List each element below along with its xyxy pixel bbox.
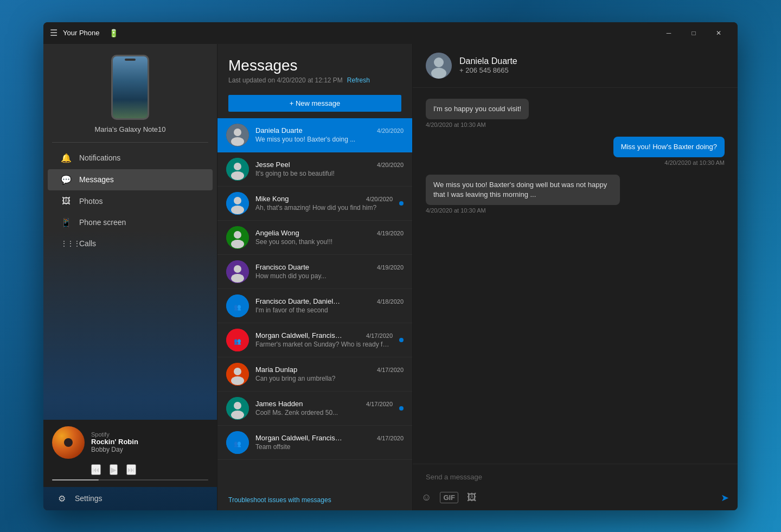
conv-top: Francisco Duarte 4/19/2020: [255, 263, 404, 271]
gif-button[interactable]: GIF: [440, 492, 458, 503]
svg-point-1: [234, 129, 241, 136]
sidebar-item-calls-label: Calls: [79, 239, 96, 248]
conv-body: Angelia Wong 4/19/2020 See you soon, tha…: [255, 229, 404, 246]
conversation-item[interactable]: Angelia Wong 4/19/2020 See you soon, tha…: [217, 221, 412, 255]
hamburger-icon[interactable]: ☰: [50, 28, 57, 38]
app-title: Your Phone: [63, 29, 99, 37]
maximize-button[interactable]: □: [681, 22, 706, 44]
messages-icon: 💬: [61, 175, 72, 185]
conversation-item[interactable]: Daniela Duarte 4/20/2020 We miss you too…: [217, 118, 412, 152]
music-text: Spotify Rockin' Robin Bobby Day: [91, 431, 208, 453]
conv-date: 4/20/2020: [366, 196, 393, 202]
conversation-item[interactable]: Mike Kong 4/20/2020 Ah, that's amazing! …: [217, 187, 412, 221]
conv-name: Maria Dunlap: [255, 366, 297, 374]
conv-avatar: [226, 226, 249, 249]
conv-preview: We miss you too! Baxter's doing ...: [255, 136, 404, 143]
conv-avatar: [226, 124, 249, 146]
conv-preview: How much did you pay...: [255, 272, 404, 280]
message-group: Miss you! How's Baxter doing?4/20/2020 a…: [426, 137, 725, 166]
app-body: Maria's Galaxy Note10 🔔 Notifications 💬 …: [43, 44, 738, 510]
conv-avatar: [226, 397, 249, 420]
svg-text:👥: 👥: [234, 440, 241, 447]
title-bar-controls: ─ □ ✕: [656, 22, 731, 44]
messages-subtitle: Last updated on 4/20/2020 at 12:12 PM Re…: [228, 76, 401, 84]
conv-body: Daniela Duarte 4/20/2020 We miss you too…: [255, 126, 404, 143]
message-time: 4/20/2020 at 10:30 AM: [426, 121, 725, 128]
conv-date: 4/17/2020: [366, 401, 393, 407]
sidebar-item-photos-label: Photos: [79, 197, 103, 206]
sidebar-item-messages[interactable]: 💬 Messages: [48, 169, 213, 190]
contact-avatar-svg: [426, 53, 452, 79]
conv-avatar-svg: [226, 363, 249, 386]
svg-point-20: [234, 368, 241, 375]
conv-preview: Team offsite: [255, 443, 404, 451]
music-progress-bar[interactable]: [52, 479, 208, 480]
conversation-item[interactable]: 👥 Francisco Duarte, Daniela ... 4/18/202…: [217, 289, 412, 323]
message-time: 4/20/2020 at 10:30 AM: [426, 159, 725, 166]
title-bar: ☰ Your Phone 🔋 ─ □ ✕: [43, 22, 738, 44]
sidebar-item-settings[interactable]: ⚙ Settings: [43, 487, 217, 510]
close-button[interactable]: ✕: [706, 22, 731, 44]
conversation-item[interactable]: Jesse Peel 4/20/2020 It's going to be so…: [217, 152, 412, 187]
conv-avatar: 👥: [226, 294, 249, 317]
svg-text:👥: 👥: [234, 303, 241, 311]
conv-top: James Hadden 4/17/2020: [255, 400, 393, 408]
conv-top: Angelia Wong 4/19/2020: [255, 229, 404, 237]
send-button[interactable]: ➤: [721, 492, 729, 504]
chat-contact-avatar: [426, 53, 452, 79]
conv-body: Morgan Caldwell, Francisco ... 4/17/2020…: [255, 331, 393, 348]
sidebar-item-notifications-label: Notifications: [79, 153, 120, 162]
prev-button[interactable]: ⏮: [91, 464, 101, 475]
svg-point-23: [234, 402, 241, 409]
troubleshoot-link[interactable]: Troubleshoot issues with messages: [217, 490, 412, 510]
message-input[interactable]: [413, 464, 738, 490]
messages-title: Messages: [228, 57, 401, 74]
sidebar-bottom: Spotify Rockin' Robin Bobby Day ⏮ ▶ ⏭: [43, 420, 217, 510]
sidebar-item-phone-screen-label: Phone screen: [79, 218, 126, 227]
conv-date: 4/18/2020: [377, 298, 404, 305]
play-button[interactable]: ▶: [110, 464, 118, 475]
sidebar-item-calls[interactable]: ⋮⋮⋮ Calls: [48, 234, 213, 253]
music-player: Spotify Rockin' Robin Bobby Day ⏮ ▶ ⏭: [43, 420, 217, 487]
conv-date: 4/19/2020: [377, 264, 404, 271]
next-button[interactable]: ⏭: [126, 464, 136, 475]
notifications-icon: 🔔: [61, 153, 72, 163]
conv-avatar: [226, 260, 249, 283]
conv-name: Mike Kong: [255, 195, 289, 203]
chat-header: Daniela Duarte + 206 545 8665: [413, 44, 738, 88]
conv-date: 4/20/2020: [377, 127, 404, 134]
conversation-item[interactable]: Maria Dunlap 4/17/2020 Can you bring an …: [217, 357, 412, 392]
image-button[interactable]: 🖼: [467, 492, 477, 503]
sidebar-item-photos[interactable]: 🖼 Photos: [48, 191, 213, 211]
svg-point-5: [231, 171, 244, 180]
conv-date: 4/20/2020: [377, 162, 404, 168]
minimize-button[interactable]: ─: [656, 22, 681, 44]
messages-header: Messages Last updated on 4/20/2020 at 12…: [217, 44, 412, 91]
conversation-item[interactable]: James Hadden 4/17/2020 Cool! Ms. Zenk or…: [217, 392, 412, 426]
refresh-button[interactable]: Refresh: [347, 76, 370, 84]
svg-point-8: [231, 206, 244, 214]
sidebar-divider: [52, 142, 208, 143]
new-message-button[interactable]: + New message: [228, 95, 401, 112]
music-app-label: Spotify: [91, 431, 208, 438]
phone-label: Maria's Galaxy Note10: [94, 125, 165, 133]
phone-screen-icon: 📱: [61, 217, 72, 228]
conv-preview: It's going to be so beautiful!: [255, 170, 404, 177]
sidebar-item-phone-screen[interactable]: 📱 Phone screen: [48, 212, 213, 233]
message-time: 4/20/2020 at 10:30 AM: [426, 207, 725, 214]
conv-name: Francisco Duarte: [255, 263, 309, 271]
conv-date: 4/17/2020: [377, 435, 404, 441]
emoji-button[interactable]: ☺: [421, 492, 431, 503]
chat-contact-info: Daniela Duarte + 206 545 8665: [459, 56, 517, 74]
conversation-item[interactable]: Francisco Duarte 4/19/2020 How much did …: [217, 255, 412, 289]
sidebar-item-notifications[interactable]: 🔔 Notifications: [48, 148, 213, 169]
chat-contact-name: Daniela Duarte: [459, 56, 517, 66]
message-bubble: We miss you too! Baxter's doing well but…: [426, 175, 620, 205]
conv-top: Francisco Duarte, Daniela ... 4/18/2020: [255, 297, 404, 305]
messages-panel: Messages Last updated on 4/20/2020 at 12…: [217, 44, 412, 510]
svg-point-14: [231, 274, 244, 283]
chat-input-actions: ☺ GIF 🖼 ➤: [413, 490, 738, 510]
conv-date: 4/17/2020: [377, 367, 404, 373]
conversation-item[interactable]: 👥 Morgan Caldwell, Francisco ... 4/17/20…: [217, 323, 412, 357]
conversation-item[interactable]: 👥 Morgan Caldwell, Francisco ... 4/17/20…: [217, 426, 412, 460]
